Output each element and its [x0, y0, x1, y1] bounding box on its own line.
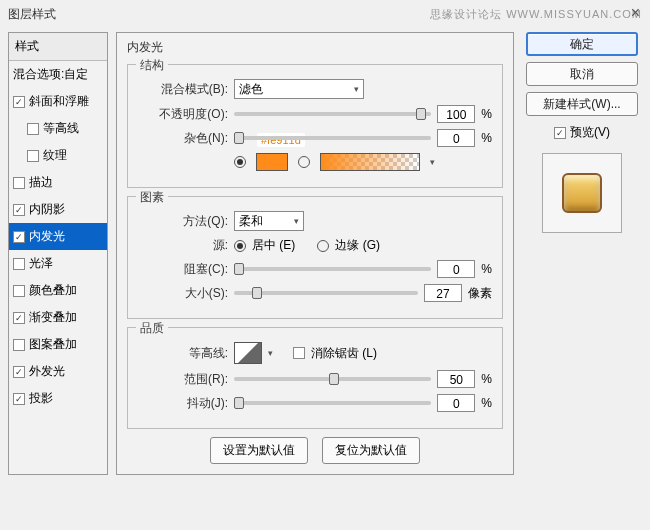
- size-label: 大小(S):: [138, 285, 228, 302]
- checkbox-icon[interactable]: [13, 96, 25, 108]
- reset-default-button[interactable]: 复位为默认值: [322, 437, 420, 464]
- range-slider[interactable]: [234, 377, 431, 381]
- opacity-label: 不透明度(O):: [138, 106, 228, 123]
- sidebar-item-innerglow[interactable]: 内发光: [9, 223, 107, 250]
- choke-label: 阻塞(C):: [138, 261, 228, 278]
- watermark: 思缘设计论坛 WWW.MISSYUAN.COM: [430, 7, 642, 22]
- checkbox-icon[interactable]: [13, 204, 25, 216]
- color-swatch[interactable]: [256, 153, 288, 171]
- chevron-down-icon: ▾: [354, 84, 359, 94]
- jitter-input[interactable]: 0: [437, 394, 475, 412]
- sidebar-item-outerglow[interactable]: 外发光: [9, 358, 107, 385]
- elements-group: 图素 方法(Q): 柔和▾ 源: 居中 (E) 边缘 (G) 阻塞(C): 0 …: [127, 196, 503, 319]
- preview-checkbox[interactable]: [554, 127, 566, 139]
- checkbox-icon[interactable]: [27, 123, 39, 135]
- chevron-down-icon[interactable]: ▾: [430, 157, 435, 167]
- structure-group: 结构 混合模式(B): 滤色▾ 不透明度(O): 100 % 杂色(N): 0 …: [127, 64, 503, 188]
- noise-input[interactable]: 0: [437, 129, 475, 147]
- choke-slider[interactable]: [234, 267, 431, 271]
- contour-label: 等高线:: [138, 345, 228, 362]
- quality-group: 品质 等高线: ▾ 消除锯齿 (L) 范围(R): 50 % 抖动(J): 0 …: [127, 327, 503, 429]
- noise-label: 杂色(N):: [138, 130, 228, 147]
- checkbox-icon[interactable]: [27, 150, 39, 162]
- method-label: 方法(Q):: [138, 213, 228, 230]
- checkbox-icon[interactable]: [13, 339, 25, 351]
- opacity-input[interactable]: 100: [437, 105, 475, 123]
- options-panel: 内发光 #fe911d 结构 混合模式(B): 滤色▾ 不透明度(O): 100…: [116, 32, 514, 475]
- method-select[interactable]: 柔和▾: [234, 211, 304, 231]
- checkbox-icon[interactable]: [13, 177, 25, 189]
- close-icon[interactable]: ×: [631, 4, 640, 22]
- color-radio[interactable]: [234, 156, 246, 168]
- sidebar-item-gradientoverlay[interactable]: 渐变叠加: [9, 304, 107, 331]
- jitter-label: 抖动(J):: [138, 395, 228, 412]
- chevron-down-icon[interactable]: ▾: [268, 348, 273, 358]
- jitter-slider[interactable]: [234, 401, 431, 405]
- blend-options-row[interactable]: 混合选项:自定: [9, 61, 107, 88]
- choke-input[interactable]: 0: [437, 260, 475, 278]
- contour-picker[interactable]: [234, 342, 262, 364]
- source-center-radio[interactable]: [234, 240, 246, 252]
- range-label: 范围(R):: [138, 371, 228, 388]
- sidebar-item-contour[interactable]: 等高线: [9, 115, 107, 142]
- title-bar: 图层样式 思缘设计论坛 WWW.MISSYUAN.COM ×: [0, 0, 650, 28]
- sidebar-item-innershadow[interactable]: 内阴影: [9, 196, 107, 223]
- sidebar-item-coloroverlay[interactable]: 颜色叠加: [9, 277, 107, 304]
- preview-label: 预览(V): [570, 124, 610, 141]
- sidebar-item-stroke[interactable]: 描边: [9, 169, 107, 196]
- checkbox-icon[interactable]: [13, 366, 25, 378]
- blendmode-label: 混合模式(B):: [138, 81, 228, 98]
- sidebar-item-dropshadow[interactable]: 投影: [9, 385, 107, 412]
- checkbox-icon[interactable]: [13, 231, 25, 243]
- panel-title: 内发光: [127, 39, 503, 56]
- opacity-slider[interactable]: [234, 112, 431, 116]
- antialias-checkbox[interactable]: [293, 347, 305, 359]
- source-edge-radio[interactable]: [317, 240, 329, 252]
- window-title: 图层样式: [8, 6, 56, 23]
- sidebar-header: 样式: [9, 33, 107, 61]
- styles-sidebar: 样式 混合选项:自定 斜面和浮雕 等高线 纹理 描边 内阴影 内发光 光泽 颜色…: [8, 32, 108, 475]
- range-input[interactable]: 50: [437, 370, 475, 388]
- action-column: 确定 取消 新建样式(W)... 预览(V): [522, 32, 642, 475]
- noise-slider[interactable]: [234, 136, 431, 140]
- cancel-button[interactable]: 取消: [526, 62, 638, 86]
- gradient-swatch[interactable]: [320, 153, 420, 171]
- set-default-button[interactable]: 设置为默认值: [210, 437, 308, 464]
- sidebar-item-bevel[interactable]: 斜面和浮雕: [9, 88, 107, 115]
- new-style-button[interactable]: 新建样式(W)...: [526, 92, 638, 116]
- checkbox-icon[interactable]: [13, 393, 25, 405]
- size-input[interactable]: 27: [424, 284, 462, 302]
- preview-thumbnail: [542, 153, 622, 233]
- sidebar-item-texture[interactable]: 纹理: [9, 142, 107, 169]
- source-label: 源:: [138, 237, 228, 254]
- chevron-down-icon: ▾: [294, 216, 299, 226]
- gradient-radio[interactable]: [298, 156, 310, 168]
- preview-icon: [562, 173, 602, 213]
- ok-button[interactable]: 确定: [526, 32, 638, 56]
- sidebar-item-patternoverlay[interactable]: 图案叠加: [9, 331, 107, 358]
- blendmode-select[interactable]: 滤色▾: [234, 79, 364, 99]
- sidebar-item-satin[interactable]: 光泽: [9, 250, 107, 277]
- checkbox-icon[interactable]: [13, 312, 25, 324]
- size-slider[interactable]: [234, 291, 418, 295]
- checkbox-icon[interactable]: [13, 285, 25, 297]
- checkbox-icon[interactable]: [13, 258, 25, 270]
